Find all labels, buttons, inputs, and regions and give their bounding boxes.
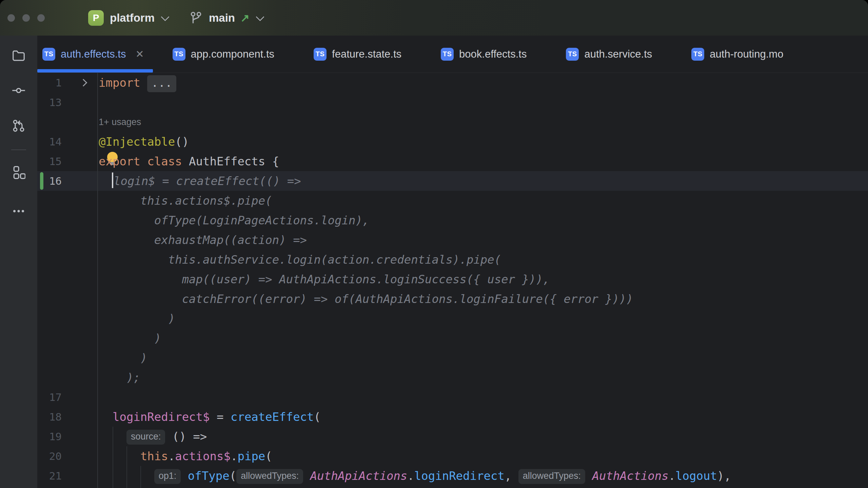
code-line[interactable]: ) [37,348,868,368]
structure-icon [12,166,25,181]
code-token: @Injectable [99,135,175,148]
code-token: createEffect [231,410,314,424]
code-token: exhaustMap((action) => [99,233,307,247]
stripe-button-pull-request-icon[interactable] [9,117,28,136]
line-number[interactable]: 13 [37,93,62,112]
code-line[interactable]: 19 source: () => [37,427,868,446]
code-token: actions$ [175,449,231,463]
line-number[interactable]: 19 [37,427,62,446]
code-text: ofType(LoginPageActions.login), [99,210,369,230]
line-number[interactable]: 14 [37,132,62,151]
fold-chevron-icon[interactable] [80,79,87,87]
code-text: catchError((error) => of(AuthApiActions.… [99,289,633,309]
code-line[interactable]: 15export class AuthEffects { [37,151,868,171]
code-line[interactable]: exhaustMap((action) => [37,230,868,250]
editor-tab-app.component.ts[interactable]: TSapp.component.ts [153,36,294,73]
stripe-button-folder-icon[interactable] [9,46,28,65]
close-tab-icon[interactable]: ✕ [135,48,144,60]
stripe-button-more-icon[interactable] [9,199,28,218]
code-line[interactable]: 21 op1: ofType(allowedTypes: AuthApiActi… [37,466,868,486]
line-number[interactable]: 15 [37,151,62,171]
code-line[interactable]: ); [37,368,868,387]
inlay-hint[interactable]: source: [126,430,165,445]
editor-tab-auth.effects.ts[interactable]: TSauth.effects.ts✕ [37,36,153,73]
inlay-hint[interactable]: allowedTypes: [236,469,303,484]
code-line[interactable]: catchError((error) => of(AuthApiActions.… [37,289,868,309]
code-token: export class [99,155,182,168]
code-token: logout [675,469,717,483]
code-token: ( [314,410,321,424]
code-token: map((user) => AuthApiActions.loginSucces… [99,272,550,286]
usages-hint[interactable]: 1+ usages [99,112,141,132]
tab-label: auth.effects.ts [61,48,126,60]
line-number[interactable]: 1 [37,73,62,93]
code-line[interactable]: 14@Injectable() [37,132,868,151]
folded-code-badge[interactable]: ... [147,75,176,92]
typescript-file-icon: TS [441,48,454,61]
code-line[interactable]: 13 [37,93,868,112]
code-token: ) [99,351,147,365]
code-line[interactable]: 18 loginRedirect$ = createEffect( [37,407,868,427]
vcs-change-marker [40,172,43,190]
code-token: ) [99,331,161,345]
project-widget[interactable]: P platform [88,10,168,26]
code-token: . [168,449,175,463]
code-token: ( [265,449,272,463]
code-token: ), [717,469,731,483]
tab-label: feature.state.ts [332,48,401,60]
code-token: ( [230,469,236,483]
line-number[interactable]: 20 [37,446,62,466]
code-text: op1: ofType(allowedTypes: AuthApiActions… [99,466,731,486]
editor-tab-auth.service.ts[interactable]: TSauth.service.ts [546,36,672,73]
editor-tab-book.effects.ts[interactable]: TSbook.effects.ts [421,36,546,73]
folder-icon [12,48,25,63]
code-line[interactable]: this.actions$.pipe( [37,191,868,210]
code-line[interactable]: 20 this.actions$.pipe( [37,446,868,466]
line-number[interactable]: 17 [37,387,62,407]
code-line[interactable]: ) [37,309,868,328]
code-token: = [210,410,231,424]
line-number[interactable]: 21 [37,466,62,486]
stripe-button-structure-icon[interactable] [9,164,28,183]
code-line[interactable]: 1import ... [37,73,868,93]
code-token: . [669,469,675,483]
code-token: () [175,135,189,148]
code-token [99,174,113,188]
commit-icon [12,84,25,99]
code-token: this.authService.login(action.credential… [99,253,501,266]
code-token: this.actions$.pipe( [99,194,272,207]
code-line[interactable]: ofType(LoginPageActions.login), [37,210,868,230]
editor-tab-auth-routing.mo[interactable]: TSauth-routing.mo [672,36,803,73]
code-line[interactable]: 16 login$ = createEffect(() => [37,171,868,191]
code-line[interactable]: op2: [37,486,868,488]
inlay-hint[interactable]: op1: [154,469,181,484]
code-text: loginRedirect$ = createEffect( [99,407,321,427]
code-text: ) [99,309,175,328]
code-text: exhaustMap((action) => [99,230,307,250]
code-line[interactable]: 17 [37,387,868,407]
minimize-window-button[interactable] [22,14,30,22]
zoom-window-button[interactable] [37,14,45,22]
code-line[interactable]: ) [37,328,868,348]
project-name: platform [110,12,155,24]
vcs-branch-widget[interactable]: main ↗ [189,10,263,26]
editor-tab-feature.state.ts[interactable]: TSfeature.state.ts [294,36,421,73]
close-window-button[interactable] [7,14,15,22]
code-text: this.actions$.pipe( [99,446,272,466]
code-text: ) [99,328,161,348]
code-line[interactable]: this.authService.login(action.credential… [37,250,868,269]
code-token: import [99,76,147,89]
typescript-file-icon: TS [42,48,55,61]
code-line[interactable]: map((user) => AuthApiActions.loginSucces… [37,269,868,289]
code-token: ofType [188,469,230,483]
code-token: ofType(LoginPageActions.login), [99,214,369,227]
line-number[interactable]: 18 [37,407,62,427]
outgoing-commits-arrow-icon: ↗ [240,13,250,23]
typescript-file-icon: TS [691,48,704,61]
stripe-button-commit-icon[interactable] [9,82,28,101]
code-vision-row[interactable]: 1+ usages [37,112,868,132]
inlay-hint[interactable]: allowedTypes: [518,469,585,484]
tab-label: app.component.ts [191,48,274,60]
code-token: pipe [237,449,265,463]
code-editor[interactable]: 1import ...131+ usages14@Injectable()15e… [37,73,868,488]
